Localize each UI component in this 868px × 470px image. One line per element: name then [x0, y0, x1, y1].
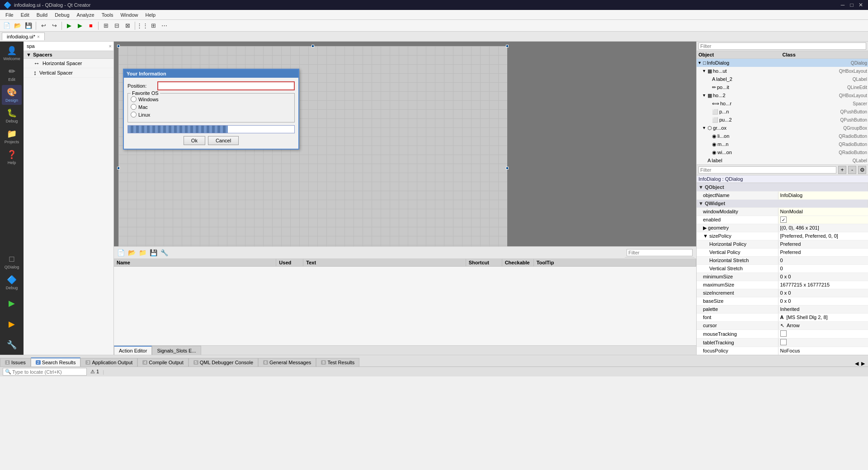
file-tab-close[interactable]: × — [37, 34, 40, 39]
new-action-btn[interactable]: 📄 — [116, 248, 126, 258]
undo-btn[interactable]: ↩ — [38, 21, 48, 31]
tree-row-label[interactable]: A label QLabel — [697, 156, 868, 164]
tree-row-hout[interactable]: ▼ ▦ ho...ut QHBoxLayout — [697, 67, 868, 75]
tab-nav-right[interactable]: ▶ — [860, 361, 866, 367]
tab-issues[interactable]: 1 Issues — [0, 358, 31, 367]
prop-val-hstretch[interactable]: 0 — [778, 256, 868, 264]
prop-val-cursor[interactable]: ↖ Arrow — [778, 321, 868, 329]
cancel-button[interactable]: Cancel — [208, 136, 239, 145]
prop-row-tablettracking[interactable]: tabletTracking — [697, 338, 868, 347]
sidebar-debug2[interactable]: 🔷 Debug — [2, 273, 22, 292]
tree-row-pu2[interactable]: ⬜ pu...2 QPushButton — [697, 116, 868, 124]
prop-val-focuspolicy[interactable]: NoFocus — [778, 347, 868, 355]
prop-row-windowmodality[interactable]: windowModality NonModal — [697, 207, 868, 216]
redo-btn[interactable]: ↪ — [49, 21, 59, 31]
sidebar-projects[interactable]: 📁 Projects — [2, 127, 22, 146]
tree-row-lion[interactable]: ◉ li...on QRadioButton — [697, 132, 868, 140]
widget-search-input[interactable] — [25, 43, 109, 49]
widget-search-clear[interactable]: × — [109, 43, 112, 49]
prop-row-palette[interactable]: palette Inherited — [697, 305, 868, 313]
tab-general-messages[interactable]: 6 General Messages — [258, 358, 316, 367]
open-btn[interactable]: 📂 — [13, 21, 23, 31]
minimize-btn[interactable]: ─ — [839, 1, 846, 9]
prop-val-vstretch[interactable]: 0 — [778, 264, 868, 273]
prop-val-objectname[interactable]: InfoDialog — [778, 191, 868, 199]
expand-qobject[interactable]: ▼ — [698, 184, 703, 190]
title-bar-controls[interactable]: ─ □ ✕ — [839, 1, 864, 9]
tablettracking-checkbox[interactable] — [780, 339, 787, 345]
tab-test-results[interactable]: 8 Test Results — [316, 358, 359, 367]
tree-arrow-grox[interactable]: ▼ — [702, 126, 707, 130]
prop-row-mousetracking[interactable]: mouseTracking — [697, 329, 868, 338]
prop-val-enabled[interactable]: ✓ — [778, 216, 868, 224]
prop-settings-btn[interactable]: ⚙ — [858, 166, 866, 174]
prop-val-mousetracking[interactable] — [778, 329, 868, 338]
prop-row-hpolicy[interactable]: Horizontal Policy Preferred — [697, 240, 868, 248]
save-btn[interactable]: 💾 — [24, 21, 33, 31]
run-btn[interactable]: ▶ — [64, 21, 74, 31]
radio-windows-input[interactable] — [131, 96, 137, 102]
tree-row-grox[interactable]: ▼ ⬡ gr...ox QGroupBox — [697, 124, 868, 132]
sidebar-design[interactable]: 🎨 Design — [2, 85, 22, 105]
menu-build[interactable]: Build — [33, 11, 51, 19]
prop-val-maxsize[interactable]: 16777215 x 16777215 — [778, 281, 868, 289]
radio-mac-input[interactable] — [131, 104, 137, 110]
tree-row-poit[interactable]: ✏ po...it QLineEdit — [697, 83, 868, 91]
canvas-area[interactable]: Your Information Position: Favorite OS — [114, 42, 696, 246]
mousetracking-checkbox[interactable] — [780, 330, 787, 337]
tree-arrow-ho2[interactable]: ▼ — [702, 93, 707, 98]
stop-btn[interactable]: ■ — [86, 21, 96, 31]
radio-windows[interactable]: Windows — [131, 96, 292, 102]
prop-row-focuspolicy[interactable]: focusPolicy NoFocus — [697, 347, 868, 355]
tab-action-editor[interactable]: Action Editor — [114, 346, 152, 355]
status-search-input[interactable] — [12, 369, 85, 375]
prop-val-windowmodality[interactable]: NonModal — [778, 207, 868, 216]
file-tab-infodialog[interactable]: infodialog.ui* × — [2, 33, 45, 40]
prop-val-sizepolicy[interactable]: [Preferred, Preferred, 0, 0] — [778, 232, 868, 240]
prop-row-geometry[interactable]: ▶ geometry [(0, 0), 486 x 201] — [697, 224, 868, 232]
prop-row-sizepolicy[interactable]: ▼ sizePolicy [Preferred, Preferred, 0, 0… — [697, 232, 868, 240]
align-center-btn[interactable]: ⊟ — [112, 21, 122, 31]
prop-row-enabled[interactable]: enabled ✓ — [697, 216, 868, 224]
menu-debug[interactable]: Debug — [51, 11, 73, 19]
folder-action-btn[interactable]: 📁 — [137, 248, 147, 258]
new-file-btn[interactable]: 📄 — [2, 21, 12, 31]
maximize-btn[interactable]: □ — [848, 1, 855, 9]
prop-val-hpolicy[interactable]: Preferred — [778, 240, 868, 248]
prop-row-vpolicy[interactable]: Vertical Policy Preferred — [697, 248, 868, 256]
prop-row-cursor[interactable]: cursor ↖ Arrow — [697, 321, 868, 329]
dialog-widget[interactable]: Your Information Position: Favorite OS — [123, 69, 299, 150]
align-left-btn[interactable]: ⊞ — [101, 21, 111, 31]
wrench-action-btn[interactable]: 🔧 — [159, 248, 169, 258]
radio-mac[interactable]: Mac — [131, 104, 292, 110]
ok-button[interactable]: Ok — [184, 136, 205, 145]
radio-linux-input[interactable] — [131, 112, 137, 118]
prop-val-vpolicy[interactable]: Preferred — [778, 248, 868, 256]
prop-row-font[interactable]: font A [MS Shell Dlg 2, 8] — [697, 313, 868, 321]
menu-analyze[interactable]: Analyze — [73, 11, 98, 19]
debug-run-btn[interactable]: ▶ — [75, 21, 85, 31]
position-input[interactable] — [157, 81, 295, 90]
action-filter-input[interactable] — [627, 249, 693, 256]
obj-filter-input[interactable] — [698, 42, 866, 50]
expand-geometry[interactable]: ▶ — [703, 225, 707, 230]
prop-val-tablettracking[interactable] — [778, 338, 868, 347]
tab-search-results[interactable]: 2 Search Results — [31, 357, 81, 367]
prop-row-vstretch[interactable]: Vertical Stretch 0 — [697, 264, 868, 273]
close-btn[interactable]: ✕ — [857, 1, 864, 9]
prop-val-minsize[interactable]: 0 x 0 — [778, 273, 868, 281]
tree-row-hor[interactable]: ⟺ ho...r Spacer — [697, 99, 868, 108]
sidebar-debug[interactable]: 🐛 Debug — [2, 106, 22, 126]
tab-nav-left[interactable]: ◀ — [854, 361, 860, 367]
tree-row-ho2[interactable]: ▼ ▦ ho...2 QHBoxLayout — [697, 91, 868, 99]
prop-row-hstretch[interactable]: Horizontal Stretch 0 — [697, 256, 868, 264]
tab-qml-debugger[interactable]: 5 QML Debugger Console — [189, 358, 258, 367]
prop-val-geometry[interactable]: [(0, 0), 486 x 201] — [778, 224, 868, 232]
prop-row-basesize[interactable]: baseSize 0 x 0 — [697, 297, 868, 305]
tree-arrow-infodialog[interactable]: ▼ — [698, 61, 702, 65]
form-btn[interactable]: ⊞ — [148, 21, 158, 31]
prop-val-basesize[interactable]: 0 x 0 — [778, 297, 868, 305]
sidebar-help[interactable]: ❓ Help — [2, 147, 22, 167]
tree-row-wion[interactable]: ◉ wi...on QRadioButton — [697, 148, 868, 156]
grid-btn[interactable]: ⋮⋮ — [137, 21, 147, 31]
